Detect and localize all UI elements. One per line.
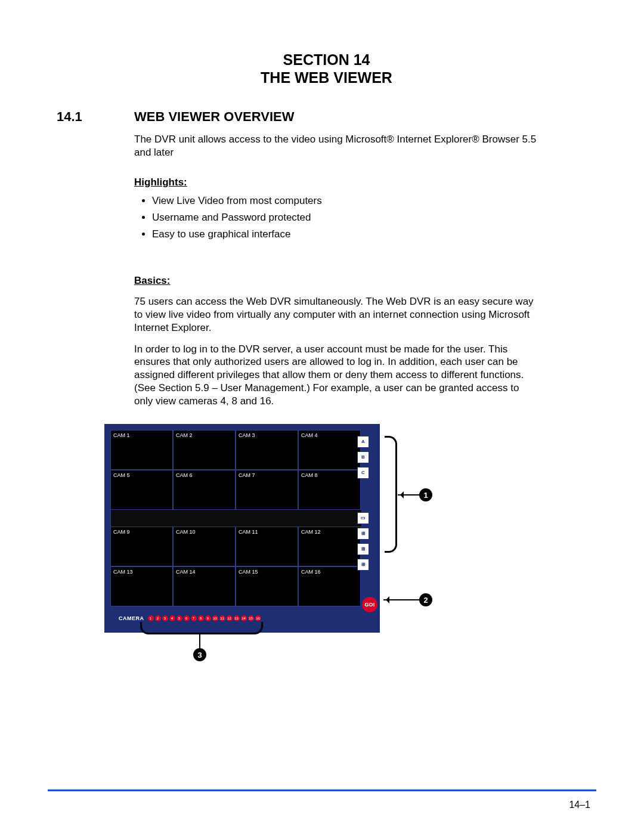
- cam-dot[interactable]: 7: [191, 615, 197, 621]
- cam-dot[interactable]: 3: [162, 615, 168, 621]
- layout-b-icon[interactable]: B: [357, 451, 369, 463]
- go-button[interactable]: GO!: [362, 597, 377, 612]
- heading-row: 14.1 WEB VIEWER OVERVIEW: [57, 109, 596, 125]
- highlights-head: Highlights:: [134, 176, 540, 189]
- callout-2: 2: [383, 593, 432, 606]
- cam-dot[interactable]: 10: [212, 615, 218, 621]
- cam-dot[interactable]: 12: [227, 615, 233, 621]
- grid-gap: [110, 510, 362, 527]
- figure-wrap: CAM 1 CAM 2 CAM 3 CAM 4 CAM 5 CAM 6 CAM …: [104, 424, 596, 633]
- highlights-list: View Live Video from most computers User…: [134, 194, 540, 240]
- camera-grid-area: CAM 1 CAM 2 CAM 3 CAM 4 CAM 5 CAM 6 CAM …: [110, 430, 374, 606]
- cam-dot[interactable]: 11: [219, 615, 225, 621]
- callout-1: 1: [398, 488, 432, 501]
- cam-dot[interactable]: 2: [155, 615, 161, 621]
- highlight-item: Username and Password protected: [152, 211, 540, 224]
- cam-cell[interactable]: CAM 12: [298, 527, 361, 566]
- camera-dots: 1 2 3 4 5 6 7 8 9 10 11 12 13 14 15 16: [148, 615, 261, 621]
- layout-grid-icon[interactable]: ▭: [357, 512, 369, 524]
- cam-dot[interactable]: 13: [234, 615, 240, 621]
- layout-a-icon[interactable]: A: [357, 436, 369, 448]
- cam-cell[interactable]: CAM 10: [173, 527, 236, 566]
- bracket-1: [385, 436, 397, 553]
- highlight-item: Easy to use graphical interface: [152, 228, 540, 241]
- section-line-2: THE WEB VIEWER: [57, 69, 596, 86]
- page: SECTION 14 THE WEB VIEWER 14.1 WEB VIEWE…: [0, 0, 644, 833]
- section-title: SECTION 14 THE WEB VIEWER: [57, 51, 596, 86]
- layout-grid-icon[interactable]: ⊞: [357, 559, 369, 571]
- basics-para-1: 75 users can access the Web DVR simultan…: [134, 295, 540, 334]
- cam-cell[interactable]: CAM 15: [236, 566, 298, 606]
- layout-grid-icon[interactable]: ⊞: [357, 528, 369, 540]
- web-viewer-figure: CAM 1 CAM 2 CAM 3 CAM 4 CAM 5 CAM 6 CAM …: [104, 424, 380, 633]
- camera-grid-bottom: CAM 9 CAM 10 CAM 11 CAM 12 CAM 13 CAM 14…: [110, 527, 361, 606]
- cam-cell[interactable]: CAM 1: [110, 430, 173, 470]
- bracket-3: [140, 622, 263, 634]
- cam-cell[interactable]: CAM 6: [173, 470, 236, 510]
- section-line-1: SECTION 14: [57, 51, 596, 69]
- body-column: The DVR unit allows access to the video …: [134, 133, 540, 407]
- cam-cell[interactable]: CAM 8: [298, 470, 361, 510]
- heading-number: 14.1: [57, 109, 134, 125]
- cam-dot[interactable]: 9: [205, 615, 211, 621]
- layout-c-icon[interactable]: C: [357, 467, 369, 479]
- cam-cell[interactable]: CAM 16: [298, 566, 361, 606]
- cam-cell[interactable]: CAM 7: [236, 470, 298, 510]
- callout-num-1: 1: [419, 488, 432, 501]
- cam-cell[interactable]: CAM 14: [173, 566, 236, 606]
- cam-dot[interactable]: 15: [248, 615, 254, 621]
- arrow-icon: [383, 599, 419, 600]
- highlight-item: View Live Video from most computers: [152, 194, 540, 208]
- cam-dot[interactable]: 5: [177, 615, 182, 621]
- cam-cell[interactable]: CAM 9: [110, 527, 173, 566]
- intro-para: The DVR unit allows access to the video …: [134, 133, 540, 159]
- cam-dot[interactable]: 8: [198, 615, 204, 621]
- cam-cell[interactable]: CAM 11: [236, 527, 298, 566]
- page-number: 14–1: [569, 800, 590, 810]
- callout-num-2: 2: [419, 593, 432, 606]
- camera-grid-top: CAM 1 CAM 2 CAM 3 CAM 4 CAM 5 CAM 6 CAM …: [110, 430, 361, 510]
- layout-grid-icon[interactable]: ⊞: [357, 543, 369, 555]
- cam-dot[interactable]: 14: [241, 615, 247, 621]
- layout-buttons-bottom: ▭ ⊞ ⊞ ⊞: [356, 512, 370, 571]
- layout-buttons-top: A B C: [356, 436, 370, 479]
- cam-dot[interactable]: 1: [148, 615, 154, 621]
- vline-3: [199, 633, 200, 648]
- camera-label: CAMERA: [119, 615, 144, 621]
- cam-cell[interactable]: CAM 3: [236, 430, 298, 470]
- basics-head: Basics:: [134, 274, 540, 287]
- cam-dot[interactable]: 16: [255, 615, 261, 621]
- cam-cell[interactable]: CAM 4: [298, 430, 361, 470]
- cam-cell[interactable]: CAM 13: [110, 566, 173, 606]
- cam-dot[interactable]: 6: [184, 615, 190, 621]
- arrow-icon: [398, 494, 419, 496]
- cam-cell[interactable]: CAM 2: [173, 430, 236, 470]
- cam-dot[interactable]: 4: [169, 615, 175, 621]
- footer-rule: [48, 789, 596, 791]
- callout-num-3: 3: [193, 648, 206, 661]
- basics-para-2: In order to log in to the DVR server, a …: [134, 343, 540, 408]
- cam-cell[interactable]: CAM 5: [110, 470, 173, 510]
- heading-title: WEB VIEWER OVERVIEW: [134, 109, 295, 125]
